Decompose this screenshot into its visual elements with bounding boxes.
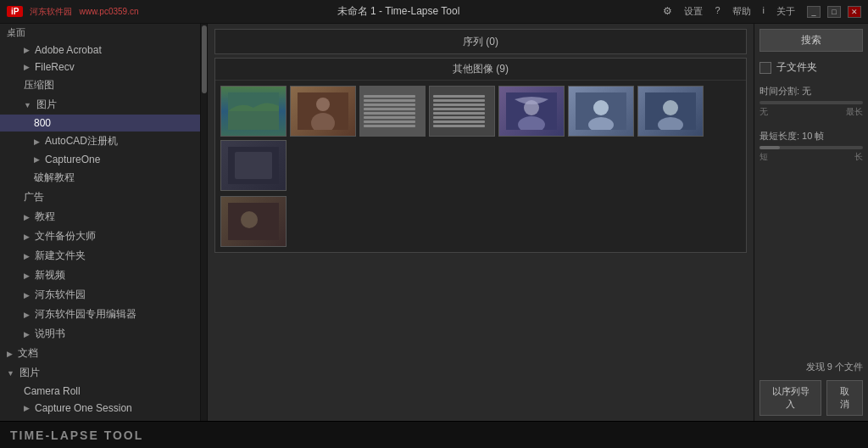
arrow-icon: ▶ <box>24 330 30 339</box>
sidebar-scrollbar[interactable] <box>200 24 207 421</box>
arrow-icon: ▶ <box>7 350 13 358</box>
arrow-icon: ▶ <box>24 252 30 260</box>
bottom-buttons: 以序列导入 取消 <box>760 380 863 416</box>
thumbnail-1[interactable] <box>220 86 287 137</box>
help-menu[interactable]: 帮助 <box>727 3 756 20</box>
sidebar-item-label: 压缩图 <box>24 78 54 92</box>
arrow-icon: ▶ <box>24 63 30 71</box>
other-images-header: 其他图像 (9) <box>215 59 746 81</box>
thumbnail-5[interactable] <box>498 86 565 137</box>
sidebar-item-newvideo[interactable]: ▶ 新视频 <box>0 266 200 285</box>
arrow-down-icon: ▼ <box>7 369 14 378</box>
about-icon[interactable]: i <box>758 3 770 20</box>
sidebar-item-hdsoftware[interactable]: ▶ 河东软件园 <box>0 285 200 305</box>
sidebar-item-label: CaptureOne <box>45 154 100 165</box>
settings-icon[interactable]: ⚙ <box>658 3 677 20</box>
sidebar-item-adobe-acrobat[interactable]: ▶ Adobe Acrobat <box>0 42 200 59</box>
help-icon[interactable]: ? <box>709 3 725 20</box>
svg-point-3 <box>316 98 330 111</box>
minimize-button[interactable]: _ <box>807 6 821 18</box>
sidebar-item-mypictures[interactable]: ▼ 图片 <box>0 363 200 383</box>
thumbnail-7[interactable] <box>637 86 704 137</box>
arrow-icon: ▶ <box>24 404 30 412</box>
sidebar-item-autocad[interactable]: ▶ AutoCAD注册机 <box>0 132 200 151</box>
sidebar-item-captureone-session[interactable]: ▶ Capture One Session <box>0 400 200 417</box>
cancel-button[interactable]: 取消 <box>826 380 863 416</box>
sidebar-item-label: AutoCAD注册机 <box>45 134 118 148</box>
sidebar-item-filerecv[interactable]: ▶ FileRecv <box>0 59 200 76</box>
arrow-icon: ▶ <box>24 272 30 280</box>
right-panel: 搜索 子文件夹 时间分割: 无 无 最长 最短长度: 10 帧 <box>754 24 868 421</box>
maximize-button[interactable]: □ <box>827 6 841 18</box>
sidebar-item-pictures[interactable]: ▼ 图片 <box>0 95 200 115</box>
file-list-4 <box>430 92 494 131</box>
arrow-icon: ▶ <box>24 46 30 54</box>
sidebar-item-documents[interactable]: ▶ 文档 <box>0 344 200 363</box>
thumbnail-3[interactable] <box>359 86 426 137</box>
sidebar-item-label: 说明书 <box>35 327 65 341</box>
thumb6-svg <box>576 92 626 130</box>
sequence-bar: 序列 (0) <box>214 29 747 54</box>
sequence-label: 序列 (0) <box>463 35 498 49</box>
sidebar-item-manual[interactable]: ▶ 说明书 <box>0 324 200 344</box>
subfolder-checkbox[interactable] <box>760 62 771 74</box>
subfolder-label: 子文件夹 <box>776 60 817 75</box>
arrow-icon: ▶ <box>24 213 30 221</box>
min-length-track[interactable] <box>760 146 863 149</box>
sidebar-item-label: 新视频 <box>35 268 65 283</box>
sidebar-item-hdeditor[interactable]: ▶ 河东软件园专用编辑器 <box>0 305 200 324</box>
sidebar-item-newfolder[interactable]: ▶ 新建文件夹 <box>0 246 200 266</box>
sidebar-item-crack[interactable]: 破解教程 <box>0 168 200 188</box>
thumbnail-6[interactable] <box>568 86 634 137</box>
arrow-icon: ▶ <box>24 232 30 241</box>
sidebar-item-label: 新建文件夹 <box>35 249 86 263</box>
thumb9-svg <box>228 203 279 240</box>
thumbnail-9[interactable] <box>220 196 287 247</box>
sidebar-item-label: 广告 <box>24 190 44 204</box>
file-list-3 <box>360 92 425 131</box>
sidebar-item-cameraroll[interactable]: Camera Roll <box>0 383 200 400</box>
window-title: 未命名 1 - Time-Lapse Tool <box>337 4 460 19</box>
bottom-bar: TIME-LAPSE TOOL <box>0 421 868 448</box>
main-area: 桌面 ▶ Adobe Acrobat ▶ FileRecv 压缩图 ▼ <box>0 24 868 421</box>
thumbnails-row2 <box>215 196 746 252</box>
slider2-min-label: 短 <box>760 151 768 163</box>
desktop-label: 桌面 <box>0 24 200 42</box>
sidebar-item-compress[interactable]: 压缩图 <box>0 76 200 95</box>
svg-rect-15 <box>235 152 272 179</box>
svg-point-17 <box>241 211 258 228</box>
sidebar-item-label: 破解教程 <box>34 171 75 185</box>
sidebar-item-label: 文件备份大师 <box>35 229 96 244</box>
svg-point-9 <box>593 100 609 115</box>
title-bar: iP 河东软件园 www.pc0359.cn 未命名 1 - Time-Laps… <box>0 0 868 24</box>
settings-menu[interactable]: 设置 <box>679 3 708 20</box>
import-button[interactable]: 以序列导入 <box>760 380 821 416</box>
arrow-icon: ▶ <box>34 155 40 164</box>
time-split-label: 时间分割: 无 <box>760 85 811 98</box>
thumbnail-4[interactable] <box>429 86 495 137</box>
thumb5-svg <box>506 92 557 130</box>
sidebar-item-label: 河东软件园专用编辑器 <box>35 307 136 322</box>
thumbnail-2[interactable] <box>290 86 356 137</box>
arrow-icon: ▶ <box>24 311 30 319</box>
sidebar-scrollbar-thumb <box>202 25 207 93</box>
about-menu[interactable]: 关于 <box>771 3 800 20</box>
close-button[interactable]: ✕ <box>848 6 861 18</box>
app-title-bottom: TIME-LAPSE TOOL <box>10 428 143 442</box>
slider2-max-label: 长 <box>854 151 863 163</box>
sidebar-item-backup[interactable]: ▶ 文件备份大师 <box>0 227 200 246</box>
sidebar-item-captureone[interactable]: ▶ CaptureOne <box>0 151 200 168</box>
sidebar-item-label: 800 <box>34 117 51 129</box>
time-split-track[interactable] <box>760 101 863 104</box>
min-length-slider: 最短长度: 10 帧 短 长 <box>760 130 863 163</box>
watermark-url: www.pc0359.cn <box>79 7 138 16</box>
sidebar-item-tutorial[interactable]: ▶ 教程 <box>0 207 200 227</box>
sidebar-scroll[interactable]: 桌面 ▶ Adobe Acrobat ▶ FileRecv 压缩图 ▼ <box>0 24 200 421</box>
thumbnail-8[interactable] <box>220 140 287 191</box>
sidebar-item-ad[interactable]: 广告 <box>0 188 200 207</box>
thumb1-svg <box>228 92 279 130</box>
arrow-down-icon: ▼ <box>24 101 31 109</box>
sidebar-item-label: Capture One Session <box>35 402 132 414</box>
sidebar-item-800[interactable]: 800 <box>0 115 200 132</box>
search-button[interactable]: 搜索 <box>760 29 863 52</box>
